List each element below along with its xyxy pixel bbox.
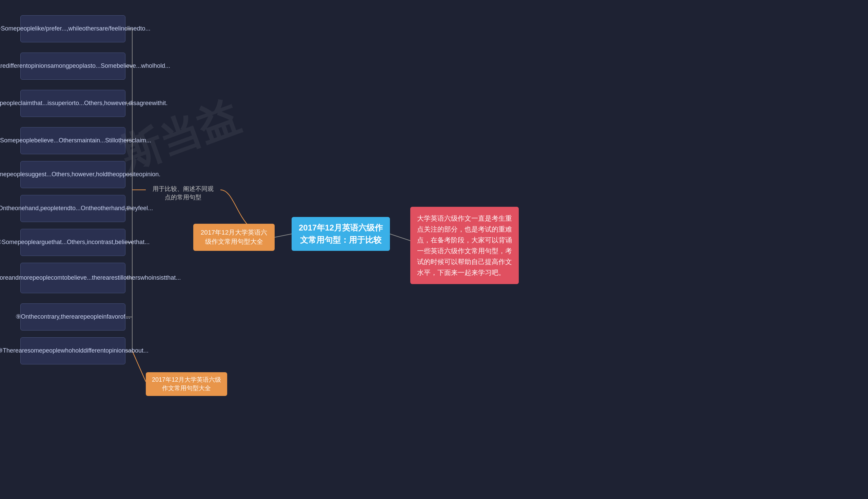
left-node-10: ⑩Therearesomepeoplewhoholddifferentopini… xyxy=(20,337,125,364)
left-node-4: ④Somepeoplebelieve...Othersmaintain...St… xyxy=(20,127,125,154)
left-node-3: ③Somepeopleclaimthat...issuperiortо...Ot… xyxy=(20,90,125,117)
description-node: 大学英语六级作文一直是考生重点关注的部分，也是考试的重难点，在备考阶段，大家可以… xyxy=(410,207,519,284)
left-node-5: ⑤Somepeoplesuggest...Others,however,hold… xyxy=(20,161,125,188)
left-node-1: ①Somepeoplelike/prefer...,whileothersare… xyxy=(20,15,125,42)
left-node-9: ⑨Onthecontrary,therearepeopleinfavorof..… xyxy=(20,303,125,330)
center-node[interactable]: 2017年12月英语六级作文常用句型：用于比较 xyxy=(292,217,390,251)
mid-main-node[interactable]: 2017年12月大学英语六级作文常用句型大全 xyxy=(193,224,274,251)
svg-line-12 xyxy=(274,234,292,237)
left-node-7: ⑦Somepeoplearguethat...Others,incontrast… xyxy=(20,229,125,256)
bottom-label[interactable]: 2017年12月大学英语六级作文常用句型大全 xyxy=(146,372,227,396)
branch-label: 用于比较、阐述不同观点的常用句型 xyxy=(146,181,220,205)
left-node-2: ②Therearedifferentopinionsamongpeoplasto… xyxy=(20,52,125,80)
left-node-6: ⑥Ontheonehand,peopletendto...Ontheotherh… xyxy=(20,195,125,222)
left-node-8: ⑧Althoughmoreandmorepeoplecomtobelieve..… xyxy=(20,263,125,293)
mindmap: ①Somepeoplelike/prefer...,whileothersare… xyxy=(0,0,868,499)
svg-line-13 xyxy=(390,234,410,241)
svg-line-14 xyxy=(132,351,146,382)
